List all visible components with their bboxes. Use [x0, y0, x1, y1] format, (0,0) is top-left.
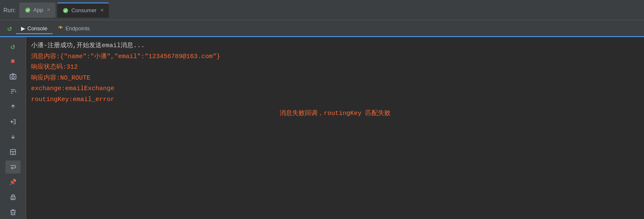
restart-button[interactable]: ↺ [5, 40, 21, 53]
main-area: ↺ ■ [0, 37, 644, 219]
app-tab-close[interactable]: ✕ [47, 7, 50, 13]
print-button[interactable] [5, 190, 21, 204]
app-tab-icon [24, 7, 31, 13]
console-tab-label: Console [27, 25, 48, 32]
log-line-1: 小潘-注册成功,开始发送email消息... [31, 40, 639, 51]
endpoints-icon [58, 25, 63, 32]
log-line-2: 消息内容:{"name":"小潘","email":"123456789@163… [31, 51, 639, 62]
scroll-up-button[interactable] [5, 100, 21, 113]
refresh-button[interactable]: ↺ [3, 22, 16, 35]
sort-button[interactable] [5, 85, 21, 98]
tab-app[interactable]: App ✕ [19, 3, 55, 18]
consumer-tab-close[interactable]: ✕ [100, 8, 104, 13]
endpoints-tab-label: Endpoints [66, 25, 90, 32]
log-line-3: 响应状态码:312 [31, 62, 639, 73]
wrap-button[interactable] [5, 160, 21, 174]
tab-console[interactable]: ▶ Console [16, 24, 53, 34]
screenshot-button[interactable] [5, 70, 21, 83]
delete-button[interactable] [5, 206, 21, 219]
log-line-6: routingKey:email_error [31, 94, 639, 105]
pin-button[interactable]: 📌 [5, 175, 21, 189]
layout-button[interactable] [5, 145, 21, 159]
console-output: 小潘-注册成功,开始发送email消息... 消息内容:{"name":"小潘"… [26, 37, 644, 219]
svg-point-4 [12, 76, 14, 78]
tab-endpoints[interactable]: Endpoints [53, 23, 95, 35]
svg-point-2 [60, 27, 61, 29]
log-line-4: 响应内容:NO_ROUTE [31, 73, 639, 84]
toolbar: ↺ ▶ Console Endpoints [0, 20, 644, 37]
tab-bar: Run: App ✕ Consumer ✕ [0, 0, 644, 20]
scroll-down-button[interactable] [5, 130, 21, 144]
sidebar: ↺ ■ [0, 37, 26, 219]
run-label: Run: [3, 7, 16, 13]
consumer-tab-icon [62, 7, 69, 14]
consumer-tab-label: Consumer [71, 7, 97, 13]
app-tab-label: App [34, 7, 43, 13]
tab-consumer[interactable]: Consumer ✕ [57, 3, 109, 18]
log-line-5: exchange:emailExchange [31, 83, 639, 94]
log-line-7: 消息失败回调，routingKey 匹配失败 [31, 108, 639, 119]
console-icon: ▶ [21, 25, 25, 32]
stop-button[interactable]: ■ [5, 55, 21, 68]
login-button[interactable] [5, 115, 21, 128]
